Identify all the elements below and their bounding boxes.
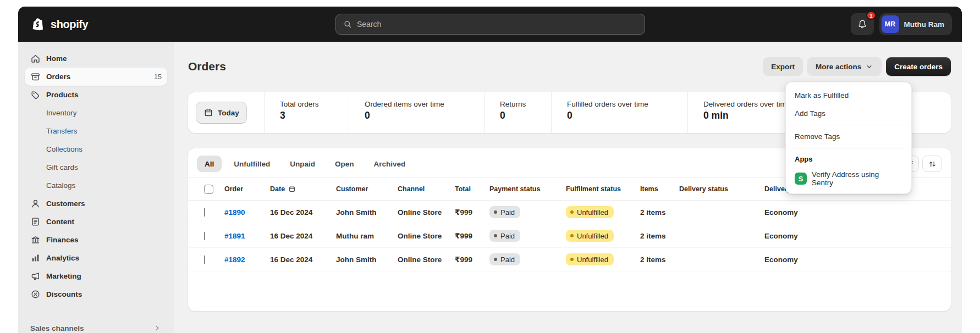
menu-item-add-tags[interactable]: Add Tags [789, 104, 908, 123]
content-icon [30, 217, 41, 227]
order-channel: Online Store [398, 208, 455, 217]
sidebar-item-label: Content [46, 218, 74, 226]
tab-all[interactable]: All [197, 156, 222, 172]
discounts-icon [30, 289, 41, 299]
search-icon [343, 19, 353, 29]
order-link[interactable]: #1891 [224, 232, 245, 240]
sidebar-item-label: Inventory [46, 109, 77, 117]
sidebar-nav: Home Orders 15 Products Inventory Transf… [18, 42, 174, 303]
global-search[interactable] [335, 14, 645, 35]
sidebar-item-gift-cards[interactable]: Gift cards [25, 158, 167, 176]
sidebar-item-home[interactable]: Home [25, 49, 167, 68]
create-orders-button[interactable]: Create orders [886, 57, 951, 76]
fulfilment-status-badge: Unfulfilled [566, 230, 614, 242]
order-channel: Online Store [398, 232, 455, 240]
sidebar-item-finances[interactable]: Finances [25, 231, 167, 249]
stat-total-orders: Total orders 3 [264, 92, 349, 133]
sidebar-item-transfers[interactable]: Transfers [25, 122, 167, 140]
column-delivery-status[interactable]: Delivery status [679, 185, 764, 193]
user-menu-button[interactable]: MR Muthu Ram [879, 13, 953, 35]
sort-button[interactable] [922, 156, 942, 172]
status-dot [570, 234, 574, 237]
select-all-checkbox[interactable] [204, 185, 213, 194]
notification-count-badge: 1 [866, 11, 876, 20]
order-date: 16 Dec 2024 [270, 232, 336, 240]
sidebar-item-orders[interactable]: Orders 15 [25, 68, 167, 86]
row-checkbox[interactable] [204, 232, 205, 240]
order-link[interactable]: #1892 [224, 256, 245, 264]
column-payment-status[interactable]: Payment status [489, 185, 566, 193]
sidebar-item-label: Transfers [46, 127, 78, 135]
order-customer: Muthu ram [336, 232, 398, 240]
page-title: Orders [188, 60, 226, 73]
shopify-logo-icon [31, 17, 46, 32]
column-date[interactable]: Date [270, 185, 336, 193]
sidebar-item-label: Customers [46, 199, 85, 208]
notifications-button[interactable]: 1 [851, 13, 874, 35]
sidebar-item-label: Discounts [46, 290, 82, 298]
menu-item-mark-as-fulfilled[interactable]: Mark as Fulfilled [789, 86, 908, 104]
sidebar-item-inventory[interactable]: Inventory [25, 104, 167, 122]
table-row[interactable]: #1890 16 Dec 2024 John Smith Online Stor… [188, 201, 951, 224]
order-link[interactable]: #1890 [224, 208, 245, 217]
sentry-app-icon: S [795, 173, 807, 185]
shopify-brand: shopify [31, 7, 88, 42]
sidebar-item-customers[interactable]: Customers [25, 195, 167, 213]
shopify-admin-window: shopify 1 MR Muthu Ram Home [18, 7, 962, 333]
marketing-icon [30, 271, 41, 281]
table-row[interactable]: #1891 16 Dec 2024 Muthu ram Online Store… [188, 224, 951, 248]
status-dot [570, 258, 574, 261]
column-customer[interactable]: Customer [336, 185, 398, 193]
column-items[interactable]: Items [640, 185, 679, 193]
sidebar-item-content[interactable]: Content [25, 213, 167, 231]
menu-item-verify-address-sentry[interactable]: S Verify Address using Sentry [789, 168, 908, 190]
products-icon [30, 90, 41, 100]
fulfilment-status-badge: Unfulfilled [566, 253, 614, 265]
order-items: 2 items [640, 208, 679, 217]
search-input[interactable] [357, 20, 638, 29]
table-row[interactable]: #1892 16 Dec 2024 John Smith Online Stor… [188, 248, 951, 271]
sidebar-item-marketing[interactable]: Marketing [25, 267, 167, 285]
order-delivery-method: Economy [764, 208, 951, 217]
order-date: 16 Dec 2024 [270, 256, 336, 264]
orders-icon [30, 71, 41, 82]
sidebar-item-label: Home [46, 54, 67, 63]
sales-channels-label: Sales channels [30, 324, 84, 332]
column-channel[interactable]: Channel [398, 185, 455, 193]
menu-item-remove-tags[interactable]: Remove Tags [789, 127, 908, 146]
tab-archived[interactable]: Archived [366, 156, 414, 172]
row-checkbox[interactable] [204, 208, 205, 217]
sales-channels-toggle[interactable]: Sales channels [25, 320, 167, 333]
sentry-app-label: Verify Address using Sentry [812, 170, 902, 187]
sidebar-item-catalogs[interactable]: Catalogs [25, 176, 167, 195]
more-actions-button[interactable]: More actions [807, 57, 882, 76]
page-header: Orders Export More actions Create orders [188, 57, 951, 76]
sidebar-item-label: Products [46, 91, 79, 99]
payment-status-badge: Paid [489, 206, 520, 218]
row-checkbox[interactable] [204, 256, 205, 264]
sidebar-item-label: Collections [46, 145, 82, 153]
menu-section-apps: Apps [789, 151, 908, 168]
menu-divider [790, 125, 907, 125]
fulfilment-status-badge: Unfulfilled [566, 206, 614, 218]
sidebar-item-analytics[interactable]: Analytics [25, 249, 167, 267]
sidebar-item-products[interactable]: Products [25, 86, 167, 104]
order-total: ₹999 [455, 231, 489, 240]
tab-unpaid[interactable]: Unpaid [282, 156, 323, 172]
column-total[interactable]: Total [455, 185, 489, 193]
orders-count-badge: 15 [154, 73, 162, 81]
order-delivery-method: Economy [764, 256, 951, 264]
sidebar-item-collections[interactable]: Collections [25, 140, 167, 158]
export-button[interactable]: Export [763, 57, 803, 76]
tab-unfulfilled[interactable]: Unfulfilled [226, 156, 278, 172]
shopify-wordmark: shopify [51, 18, 88, 31]
stat-ordered-items: Ordered items over time 0 [349, 92, 484, 133]
column-order[interactable]: Order [224, 185, 270, 193]
tab-open[interactable]: Open [327, 156, 362, 172]
payment-status-badge: Paid [489, 230, 520, 242]
sidebar-item-label: Catalogs [46, 181, 75, 190]
column-fulfilment-status[interactable]: Fulfilment status [566, 185, 640, 193]
sidebar-item-discounts[interactable]: Discounts [25, 285, 167, 303]
order-total: ₹999 [455, 255, 489, 264]
date-range-button[interactable]: Today [196, 102, 247, 124]
